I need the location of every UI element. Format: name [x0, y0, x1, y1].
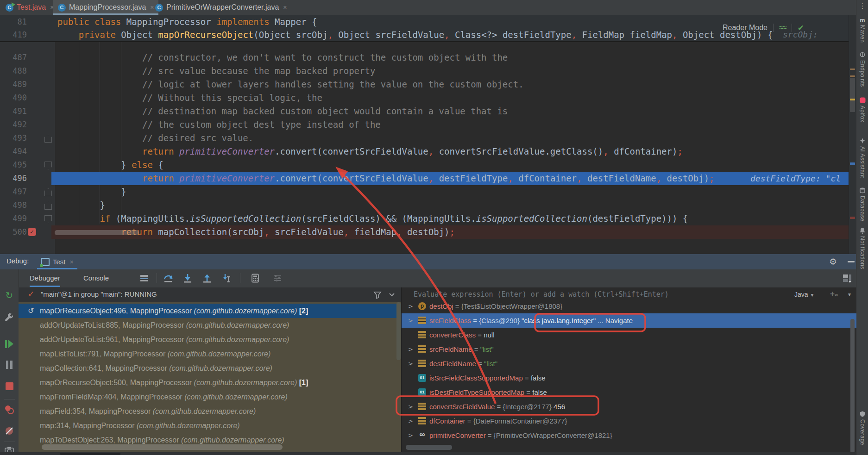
filter-icon[interactable]	[373, 291, 382, 299]
fold-marker-icon[interactable]	[44, 162, 52, 169]
step-out-icon[interactable]	[202, 273, 212, 283]
wrench-icon[interactable]	[4, 312, 14, 322]
add-watch-icon[interactable]: +∞	[830, 289, 838, 299]
frames-horizontal-scrollbar[interactable]	[42, 444, 283, 450]
stack-frame-row[interactable]: addOrUpdateToList:961, MappingProcessor …	[19, 332, 401, 347]
editor-horizontal-scrollbar[interactable]	[55, 230, 139, 235]
variables-horizontal-scrollbar[interactable]	[406, 445, 452, 450]
verified-breakpoint-icon[interactable]: ✓	[28, 228, 36, 236]
tool-window-button-database[interactable]: Database	[856, 187, 868, 221]
stack-frame-row[interactable]: mapListToList:791, MappingProcessor (com…	[19, 347, 401, 361]
code-line-492[interactable]: 492 // the custom object dest type inste…	[0, 118, 849, 131]
code-line-497[interactable]: 497 }	[0, 185, 849, 199]
chevron-right-icon[interactable]: >	[408, 313, 413, 328]
fold-marker-icon[interactable]	[44, 215, 52, 223]
chevron-right-icon[interactable]: >	[408, 342, 413, 356]
variable-row-srcFieldClass[interactable]: >srcFieldClass = {Class@290} "class java…	[402, 313, 856, 328]
layout-icon[interactable]	[139, 273, 149, 283]
close-icon[interactable]: ×	[70, 258, 74, 266]
stripe-scroll-thumb[interactable]	[850, 78, 855, 112]
stack-frame-row[interactable]: mapOrRecurseObject:500, MappingProcessor…	[19, 375, 401, 390]
rerun-icon[interactable]: ↻	[0, 290, 19, 301]
code-line-489[interactable]: 489 // logic at lower layers handles set…	[0, 78, 849, 91]
code-line-494[interactable]: 494 return primitiveConverter.convert(co…	[0, 145, 849, 158]
frames-vertical-scrollbar[interactable]	[396, 302, 401, 360]
reader-mode-toggle[interactable]: Reader Mode	[723, 24, 767, 32]
smart-step-into-icon[interactable]	[221, 273, 232, 283]
thread-selector[interactable]: ✓ "main"@1 in group "main": RUNNING	[19, 287, 401, 303]
code-line-498[interactable]: 498 }	[0, 199, 849, 212]
tool-window-button-ai-assistant[interactable]: AI Assistant	[856, 138, 868, 178]
highlighting-level-icon[interactable]: ≈≈	[779, 23, 786, 32]
code-line-490[interactable]: 490 // Without this special logic, the	[0, 91, 849, 105]
code-line-419[interactable]: 419 private Object mapOrRecurseObject(Ob…	[0, 28, 849, 41]
stop-icon[interactable]	[0, 382, 19, 390]
restore-layout-icon[interactable]	[842, 273, 852, 283]
stack-frame-row[interactable]: map:314, MappingProcessor (com.github.do…	[19, 418, 401, 433]
editor-tab-MappingProcessor.java[interactable]: CMappingProcessor.java×	[53, 0, 158, 15]
variable-row-isSrcFieldClassSupportedMap[interactable]: 01isSrcFieldClassSupportedMap = false	[402, 371, 856, 385]
variable-row-destObj[interactable]: >pdestObj = {Test$ListObjectWrapper@1808…	[402, 302, 856, 313]
chevron-right-icon[interactable]: >	[408, 356, 413, 371]
tool-window-button-coverage[interactable]: Coverage	[856, 411, 868, 445]
tool-window-button-maven[interactable]: mMaven	[856, 17, 868, 43]
code-line-488[interactable]: 488 // src value because the map backed …	[0, 64, 849, 78]
editor-tab-PrimitiveOrWrapperConverter.java[interactable]: CPrimitiveOrWrapperConverter.java×	[151, 0, 265, 15]
chevron-right-icon[interactable]: >	[408, 302, 413, 313]
code-line-81[interactable]: 81public class MappingProcessor implemen…	[0, 15, 849, 28]
minimize-icon[interactable]	[848, 261, 855, 262]
settings-sliders-icon[interactable]	[272, 273, 283, 283]
code-line-495[interactable]: 495 } else {	[0, 158, 849, 172]
variables-panel[interactable]: >pdestObj = {Test$ListObjectWrapper@1808…	[401, 302, 856, 455]
chevron-down-icon[interactable]: ▼	[847, 292, 852, 297]
kebab-menu-icon[interactable]: ⋮	[856, 2, 868, 10]
inspections-ok-icon[interactable]: ✔	[798, 23, 804, 33]
bottom-scroll-thumb[interactable]	[60, 453, 120, 455]
chevron-right-icon[interactable]: >	[408, 428, 413, 443]
fold-marker-icon[interactable]	[44, 135, 52, 143]
step-into-icon[interactable]	[182, 273, 193, 283]
debug-session-tab[interactable]: Test ×	[37, 254, 77, 269]
resume-icon[interactable]	[5, 339, 14, 349]
variable-row-destFieldName[interactable]: >destFieldName = "list"	[402, 356, 856, 371]
tool-window-button-notifications[interactable]: Notifications	[856, 228, 868, 269]
variable-row-dfContainer[interactable]: >dfContainer = {DateFormatContainer@2377…	[402, 414, 856, 428]
evaluate-expression-icon[interactable]	[250, 273, 260, 283]
view-breakpoints-icon[interactable]	[4, 405, 14, 415]
code-line-493[interactable]: 493 // desired src value.	[0, 131, 849, 145]
close-icon[interactable]: ×	[283, 4, 287, 11]
chevron-down-icon[interactable]	[389, 293, 395, 297]
variables-vertical-scrollbar[interactable]	[850, 319, 855, 453]
language-selector[interactable]: Java ▼	[794, 291, 814, 298]
tab-console[interactable]: Console	[83, 269, 109, 287]
stack-frame-row[interactable]: ↺mapOrRecurseObject:496, MappingProcesso…	[19, 304, 401, 318]
stack-frame-row[interactable]: mapFromFieldMap:404, MappingProcessor (c…	[19, 390, 401, 404]
step-over-icon[interactable]	[163, 273, 173, 283]
evaluate-expression-bar[interactable]: Evaluate expression (Enter) or add a wat…	[401, 287, 856, 303]
chevron-right-icon[interactable]: >	[408, 414, 413, 428]
stack-frame-row[interactable]: addOrUpdateToList:885, MappingProcessor …	[19, 318, 401, 332]
variable-row-convertSrcFieldValue[interactable]: >convertSrcFieldValue = {Integer@2177} 4…	[402, 399, 856, 414]
pause-icon[interactable]	[5, 360, 13, 369]
code-line-496[interactable]: 496 return primitiveConverter.convert(co…	[0, 172, 849, 185]
code-line-499[interactable]: 499 if (MappingUtils.isSupportedCollecti…	[0, 212, 849, 225]
stack-frame-row[interactable]: mapField:354, MappingProcessor (com.gith…	[19, 404, 401, 418]
variable-row-primitiveConverter[interactable]: >∞primitiveConverter = {PrimitiveOrWrapp…	[402, 428, 856, 443]
stack-frame-row[interactable]: mapCollection:641, MappingProcessor (com…	[19, 361, 401, 375]
code-editor[interactable]: 487 // constructor, we don't want to con…	[0, 15, 849, 254]
code-line-487[interactable]: 487 // constructor, we don't want to con…	[0, 51, 849, 64]
code-line-491[interactable]: 491 // destination map backed custom obj…	[0, 105, 849, 118]
variable-row-isDestFieldTypeSupportedMap[interactable]: 01isDestFieldTypeSupportedMap = false	[402, 385, 856, 399]
tool-window-button-endpoints[interactable]: Endpoints	[856, 52, 868, 87]
tool-window-button-apifox[interactable]: Apifox	[856, 97, 868, 122]
frames-list[interactable]: ↺mapOrRecurseObject:496, MappingProcesso…	[19, 302, 401, 455]
mute-breakpoints-icon[interactable]	[4, 426, 14, 436]
gear-icon[interactable]: ⚙	[829, 256, 837, 267]
variable-row-converterClass[interactable]: converterClass = null	[402, 328, 856, 342]
tab-debugger[interactable]: Debugger	[30, 269, 60, 287]
editor-error-stripe[interactable]	[849, 15, 856, 254]
chevron-right-icon[interactable]: >	[408, 399, 413, 414]
fold-marker-icon[interactable]	[44, 188, 52, 196]
fold-marker-icon[interactable]	[44, 202, 52, 210]
variable-row-srcFieldName[interactable]: >srcFieldName = "list"	[402, 342, 856, 356]
